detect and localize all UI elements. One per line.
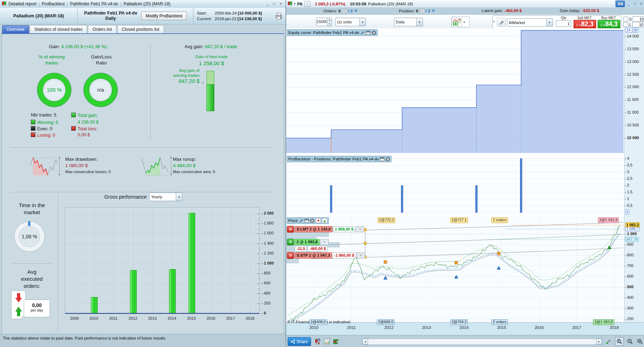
position-label: Position: [399, 9, 414, 13]
window-icon[interactable] [304, 218, 309, 223]
zoom-in-icon[interactable] [635, 337, 644, 346]
chevron-down-icon[interactable]: ▼ [176, 193, 182, 201]
order-type-select[interactable]: AtMarket ▼ [507, 18, 553, 27]
close-icon[interactable] [310, 218, 315, 223]
report-page-icon[interactable] [322, 337, 331, 346]
time-in-market-title: Time in themarket [5, 202, 58, 216]
sell-stop-order-tag[interactable]: S:STP 2 @ 1 047,3 [295, 252, 332, 258]
window-icon[interactable] [380, 157, 384, 161]
gear-icon[interactable]: ⚙ [431, 8, 435, 13]
winning-legend: Winning: 5 [31, 120, 58, 125]
limit-row: L [623, 22, 644, 27]
close-position-icon[interactable]: × [320, 239, 329, 245]
trade-tag[interactable]: 2@1 093,8 [593, 319, 614, 325]
minimize-icon[interactable]: _ [265, 1, 270, 6]
titlebar-instrument: Palladium (20) (MAR-18) [368, 2, 413, 6]
breadcrumb-item: Palladium (20) (MAR-18) [124, 1, 171, 6]
sell-mkt-button[interactable]: 1 082,3 [574, 20, 596, 29]
gross-performance-header: Gross performance Yearly ▼ [66, 193, 221, 201]
position-tag[interactable]: 2 @ 1 093,8 [295, 239, 320, 245]
stop-checkbox[interactable] [623, 17, 628, 21]
gear-icon[interactable]: ⚙ [287, 252, 294, 259]
current-label: Current: [197, 16, 215, 22]
info-icon[interactable]: i [304, 1, 310, 7]
gear-icon[interactable]: ⚙ [287, 226, 294, 233]
price-year-label: 2010 [306, 325, 322, 330]
keyboard-icon[interactable] [616, 1, 625, 7]
stop-input[interactable] [633, 16, 644, 22]
scroll-right-icon[interactable]: ▸ [596, 339, 602, 345]
chevron-down-icon[interactable]: ▼ [416, 18, 423, 26]
scroll-left-icon[interactable]: ◂ [362, 339, 368, 345]
price-panel[interactable]: Price 2@722,32@727,12 orders3@1 091,8 ⚙ … [286, 217, 644, 322]
units-stepper[interactable]: 15000 ▲▼ [316, 18, 332, 26]
tab-overview[interactable]: Overview [2, 25, 29, 33]
window-icon[interactable] [366, 30, 371, 35]
trade-tag[interactable]: 2@722,3 [378, 217, 396, 223]
bottom-toolbar: Share ◂ ▸ [286, 335, 644, 347]
chevron-down-icon[interactable]: ▼ [546, 19, 553, 26]
tab-closed-positions[interactable]: Closed positions list [117, 25, 164, 33]
wrench-icon[interactable] [497, 18, 505, 27]
order-entry-icon[interactable] [313, 337, 322, 346]
positions-panel[interactable]: ProBacktest - Positions: Pathfinder Feb1… [286, 155, 644, 217]
share-button[interactable]: Share [288, 337, 311, 346]
cancel-order-icon[interactable]: × [357, 252, 365, 258]
buy-arrow-icon[interactable] [322, 218, 327, 223]
equity-panel[interactable]: Equity curve: Pathfinder Feb1 PA v4-dv 1… [286, 28, 644, 155]
tab-orders-list[interactable]: Orders list [88, 25, 117, 33]
wrench-icon[interactable] [299, 218, 303, 223]
trade-tag[interactable]: 2@699,5 [377, 319, 395, 325]
wrench-icon[interactable] [360, 30, 365, 35]
chevron-down-icon[interactable]: ▼ [359, 18, 366, 26]
buy-mkt-button[interactable]: 1 084,3 [598, 20, 620, 29]
maximize-icon[interactable]: □ [271, 1, 277, 6]
equity-ytick: 14 000 [627, 34, 639, 38]
start-capital: [10 000,00 $] [238, 11, 262, 15]
chevron-down-icon[interactable]: ▾ [294, 2, 295, 5]
price-year-label: 2013 [419, 325, 434, 330]
clear-orders-icon[interactable]: × [342, 8, 347, 13]
minimize-icon[interactable]: _ [626, 1, 631, 6]
volume-bars-icon[interactable] [332, 337, 340, 346]
maximize-icon[interactable]: □ [632, 1, 638, 6]
chevron-down-icon[interactable]: ▼ [463, 21, 465, 23]
cancel-order-icon[interactable]: × [356, 226, 364, 232]
modify-probacktest-button[interactable]: Modify ProBacktest [141, 12, 186, 20]
trade-tag[interactable]: 3@1 091,8 [598, 217, 619, 223]
price-yaxis: 1 083,31 074,71 046,71 000947,7690080070… [624, 217, 644, 322]
expander-icon[interactable]: ▸ [493, 19, 495, 23]
trade-tag[interactable]: 2@704,2 [450, 319, 468, 325]
trade-tag[interactable]: 2@727,1 [450, 217, 468, 223]
qty-input[interactable] [556, 20, 571, 27]
close-icon[interactable] [385, 157, 390, 161]
timeframe-select[interactable]: Daily ▼ [394, 18, 423, 26]
close-icon[interactable]: × [278, 1, 284, 6]
stepper-up-icon[interactable]: ▲ [327, 18, 332, 22]
limit-input[interactable] [632, 22, 644, 27]
gp-ytick: 1 800 [264, 221, 274, 225]
print-icon[interactable] [275, 12, 283, 21]
close-icon[interactable]: × [638, 1, 644, 6]
trade-tag[interactable]: 2 orders [491, 217, 508, 223]
gear-icon[interactable]: ⚙ [287, 239, 294, 245]
clear-position-icon[interactable]: × [420, 8, 424, 13]
zoom-out-icon[interactable] [626, 337, 634, 346]
tab-statistics[interactable]: Statistics of closed trades [30, 25, 87, 33]
period-select[interactable]: Yearly ▼ [149, 193, 182, 201]
close-icon[interactable] [372, 30, 376, 35]
units-mode-select[interactable]: (x) units ▼ [335, 18, 366, 26]
limit-checkbox[interactable] [623, 22, 628, 27]
chart-type-button[interactable]: ▼ [451, 17, 470, 27]
sell-arrow-icon[interactable] [316, 218, 321, 223]
price-bottom-tags: © IT-Finance.com (data is indicative) 2@… [286, 319, 624, 325]
gp-year-label: 2011 [106, 316, 121, 320]
gear-icon[interactable]: ⚙ [354, 8, 358, 13]
zoom-range-icon[interactable] [615, 337, 624, 346]
sell-limit-order-tag[interactable]: S:LMT 2 @ 1 143,0 [295, 226, 332, 232]
chart-settings-icon[interactable] [604, 337, 613, 346]
trade-tag[interactable]: 2@408,0 [309, 319, 327, 325]
stepper-down-icon[interactable]: ▼ [327, 22, 332, 26]
chart-scrollbar[interactable]: ◂ ▸ [362, 339, 602, 345]
trade-tag[interactable]: 2 orders [491, 319, 508, 325]
